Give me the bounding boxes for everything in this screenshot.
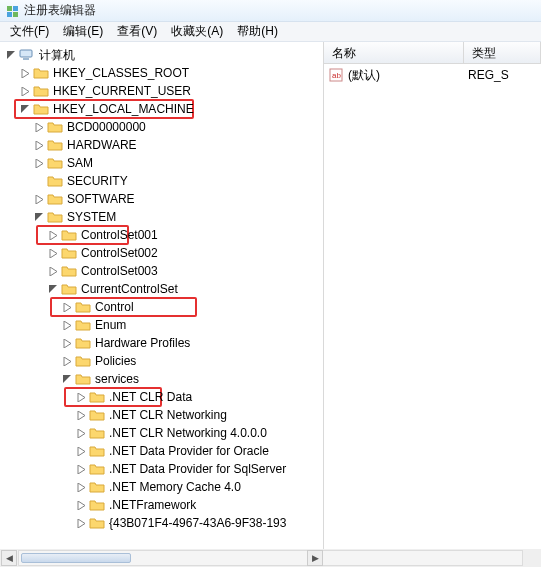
list-body: ab (默认) REG_S	[324, 64, 541, 549]
twisty-collapsed-icon[interactable]	[32, 120, 46, 134]
tree-pane: 计算机 HKEY_CLASSES_ROOT HKEY_CURRENT_USER …	[0, 42, 324, 549]
tree-node-guidkey[interactable]: {43B071F4-4967-43A6-9F38-193	[4, 514, 323, 532]
twisty-collapsed-icon[interactable]	[46, 228, 60, 242]
node-label: .NET Data Provider for SqlServer	[108, 460, 287, 478]
tree-node-hardware[interactable]: HARDWARE	[4, 136, 323, 154]
registry-tree[interactable]: 计算机 HKEY_CLASSES_ROOT HKEY_CURRENT_USER …	[0, 42, 323, 540]
tree-node-netclrnet[interactable]: .NET CLR Networking	[4, 406, 323, 424]
node-label: HKEY_CURRENT_USER	[52, 82, 192, 100]
horizontal-scrollbar[interactable]: ◀ ▶	[0, 549, 541, 567]
tree-node-security[interactable]: SECURITY	[4, 172, 323, 190]
twisty-collapsed-icon[interactable]	[74, 408, 88, 422]
folder-icon	[47, 174, 63, 188]
twisty-collapsed-icon[interactable]	[60, 354, 74, 368]
menu-edit[interactable]: 编辑(E)	[57, 21, 109, 42]
folder-icon	[33, 66, 49, 80]
tree-node-cs002[interactable]: ControlSet002	[4, 244, 323, 262]
folder-icon	[89, 480, 105, 494]
twisty-collapsed-icon[interactable]	[74, 480, 88, 494]
tree-node-netdporacle[interactable]: .NET Data Provider for Oracle	[4, 442, 323, 460]
menu-view[interactable]: 查看(V)	[111, 21, 163, 42]
content-area: 计算机 HKEY_CLASSES_ROOT HKEY_CURRENT_USER …	[0, 42, 541, 549]
tree-node-hkcr[interactable]: HKEY_CLASSES_ROOT	[4, 64, 323, 82]
twisty-collapsed-icon[interactable]	[32, 156, 46, 170]
node-label: .NET Memory Cache 4.0	[108, 478, 242, 496]
scroll-right-arrow-icon[interactable]: ▶	[307, 550, 323, 566]
twisty-collapsed-icon[interactable]	[74, 462, 88, 476]
folder-icon	[75, 300, 91, 314]
twisty-collapsed-icon[interactable]	[74, 390, 88, 404]
twisty-collapsed-icon[interactable]	[46, 246, 60, 260]
tree-node-netdpsql[interactable]: .NET Data Provider for SqlServer	[4, 460, 323, 478]
twisty-collapsed-icon[interactable]	[60, 300, 74, 314]
tree-node-hkcu[interactable]: HKEY_CURRENT_USER	[4, 82, 323, 100]
value-list-pane: 名称 类型 ab (默认) REG_S	[324, 42, 541, 549]
folder-icon	[89, 498, 105, 512]
column-header-type[interactable]: 类型	[464, 42, 541, 63]
folder-icon	[89, 516, 105, 530]
folder-icon	[47, 192, 63, 206]
twisty-expanded-icon[interactable]	[60, 372, 74, 386]
folder-icon	[33, 84, 49, 98]
tree-node-cs003[interactable]: ControlSet003	[4, 262, 323, 280]
app-icon	[6, 4, 20, 18]
folder-icon	[61, 282, 77, 296]
node-label: ControlSet003	[80, 262, 159, 280]
twisty-collapsed-icon[interactable]	[60, 336, 74, 350]
tree-node-services[interactable]: services	[4, 370, 323, 388]
twisty-collapsed-icon[interactable]	[32, 138, 46, 152]
svg-rect-5	[23, 58, 29, 60]
column-header-name[interactable]: 名称	[324, 42, 464, 63]
scroll-thumb[interactable]	[21, 553, 131, 563]
menu-file[interactable]: 文件(F)	[4, 21, 55, 42]
twisty-collapsed-icon[interactable]	[60, 318, 74, 332]
twisty-collapsed-icon[interactable]	[74, 444, 88, 458]
twisty-collapsed-icon[interactable]	[18, 84, 32, 98]
folder-icon	[33, 102, 49, 116]
folder-icon	[61, 246, 77, 260]
folder-icon	[75, 318, 91, 332]
tree-node-netframework[interactable]: .NETFramework	[4, 496, 323, 514]
twisty-collapsed-icon[interactable]	[74, 426, 88, 440]
tree-node-hklm[interactable]: HKEY_LOCAL_MACHINE	[4, 100, 323, 118]
tree-node-enum[interactable]: Enum	[4, 316, 323, 334]
node-label: Control	[94, 298, 135, 316]
svg-rect-2	[7, 12, 12, 17]
scroll-track[interactable]	[18, 550, 523, 566]
tree-node-ccs[interactable]: CurrentControlSet	[4, 280, 323, 298]
node-label: SOFTWARE	[66, 190, 136, 208]
window-title: 注册表编辑器	[24, 2, 96, 19]
tree-node-policies[interactable]: Policies	[4, 352, 323, 370]
tree-node-root[interactable]: 计算机	[4, 46, 323, 64]
menu-help[interactable]: 帮助(H)	[231, 21, 284, 42]
twisty-collapsed-icon[interactable]	[18, 66, 32, 80]
tree-node-netclrdata[interactable]: .NET CLR Data	[4, 388, 323, 406]
folder-icon	[75, 354, 91, 368]
node-label: ControlSet002	[80, 244, 159, 262]
twisty-collapsed-icon[interactable]	[46, 264, 60, 278]
menu-favorites[interactable]: 收藏夹(A)	[165, 21, 229, 42]
tree-node-cs001[interactable]: ControlSet001	[4, 226, 323, 244]
tree-node-software[interactable]: SOFTWARE	[4, 190, 323, 208]
node-label: Enum	[94, 316, 127, 334]
twisty-collapsed-icon[interactable]	[74, 498, 88, 512]
tree-node-netmemcache[interactable]: .NET Memory Cache 4.0	[4, 478, 323, 496]
twisty-collapsed-icon[interactable]	[32, 192, 46, 206]
menubar: 文件(F) 编辑(E) 查看(V) 收藏夹(A) 帮助(H)	[0, 22, 541, 42]
statusbar: ◀ ▶	[0, 549, 541, 567]
tree-node-hwprofiles[interactable]: Hardware Profiles	[4, 334, 323, 352]
tree-node-sam[interactable]: SAM	[4, 154, 323, 172]
twisty-expanded-icon[interactable]	[4, 48, 18, 62]
list-row-default[interactable]: ab (默认) REG_S	[328, 66, 537, 84]
twisty-expanded-icon[interactable]	[18, 102, 32, 116]
twisty-expanded-icon[interactable]	[46, 282, 60, 296]
tree-node-system[interactable]: SYSTEM	[4, 208, 323, 226]
scroll-left-arrow-icon[interactable]: ◀	[1, 550, 17, 566]
twisty-expanded-icon[interactable]	[32, 210, 46, 224]
tree-node-control[interactable]: Control	[4, 298, 323, 316]
twisty-collapsed-icon[interactable]	[74, 516, 88, 530]
svg-text:ab: ab	[332, 71, 341, 80]
tree-node-netclrnet4[interactable]: .NET CLR Networking 4.0.0.0	[4, 424, 323, 442]
folder-icon	[89, 390, 105, 404]
tree-node-bcd[interactable]: BCD00000000	[4, 118, 323, 136]
